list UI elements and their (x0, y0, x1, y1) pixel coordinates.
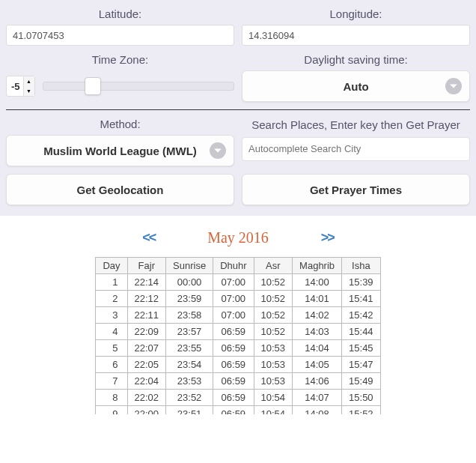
table-cell: 07:00 (213, 291, 254, 307)
prayer-times-table: DayFajrSunriseDhuhrAsrMaghribIsha 122:14… (95, 257, 380, 414)
timezone-down-button[interactable]: ▼ (24, 86, 34, 96)
table-cell: 06:59 (213, 340, 254, 357)
table-cell: 23:52 (166, 390, 213, 406)
table-header: Fajr (127, 258, 166, 274)
table-cell: 22:14 (127, 274, 166, 291)
table-cell: 10:54 (254, 390, 293, 406)
table-cell: 5 (96, 340, 127, 357)
table-cell: 14:01 (293, 291, 342, 307)
table-cell: 10:52 (254, 291, 293, 307)
table-header: Asr (254, 258, 293, 274)
table-cell: 23:55 (166, 340, 213, 357)
table-row: 122:1400:0007:0010:5214:0015:39 (96, 274, 380, 291)
table-cell: 14:04 (293, 340, 342, 357)
table-cell: 4 (96, 324, 127, 340)
table-cell: 8 (96, 390, 127, 406)
table-cell: 22:02 (127, 390, 166, 406)
table-cell: 06:59 (213, 373, 254, 390)
table-row: 622:0523:5406:5910:5314:0515:47 (96, 357, 380, 373)
table-cell: 06:59 (213, 390, 254, 406)
table-cell: 7 (96, 373, 127, 390)
chevron-down-icon (445, 78, 462, 94)
latitude-label: Latitude: (99, 7, 142, 20)
table-cell: 14:00 (293, 274, 342, 291)
table-row: 222:1223:5907:0010:5214:0115:41 (96, 291, 380, 307)
timezone-stepper[interactable]: -5 ▲ ▼ (6, 76, 35, 97)
table-cell: 22:12 (127, 291, 166, 307)
dst-label: Daylight saving time: (304, 53, 407, 66)
table-header: Isha (342, 258, 381, 274)
table-cell: 10:53 (254, 373, 293, 390)
table-cell: 15:49 (342, 373, 381, 390)
table-row: 422:0923:5706:5910:5214:0315:44 (96, 324, 380, 340)
longitude-label: Longitude: (329, 7, 382, 20)
timezone-value: -5 (7, 81, 23, 92)
search-label: Search Places, Enter key then Get Prayer (251, 118, 460, 133)
table-cell: 9 (96, 406, 127, 415)
next-month-button[interactable]: >> (321, 230, 334, 246)
table-cell: 3 (96, 307, 127, 324)
table-cell: 10:53 (254, 357, 293, 373)
prev-month-button[interactable]: << (142, 230, 155, 246)
table-cell: 14:05 (293, 357, 342, 373)
table-cell: 15:50 (342, 390, 381, 406)
table-row: 922:0023:5106:5910:5414:0815:52 (96, 406, 380, 415)
table-header: Sunrise (166, 258, 213, 274)
timezone-up-button[interactable]: ▲ (24, 76, 34, 86)
method-value: Muslim World League (MWL) (43, 145, 197, 157)
table-cell: 22:00 (127, 406, 166, 415)
table-header: Day (96, 258, 127, 274)
slider-thumb[interactable] (85, 77, 101, 95)
table-cell: 10:52 (254, 324, 293, 340)
method-label: Method: (100, 118, 140, 130)
table-cell: 15:47 (342, 357, 381, 373)
slider-track (43, 82, 234, 91)
table-cell: 22:11 (127, 307, 166, 324)
table-cell: 14:08 (293, 406, 342, 415)
calendar-title: May 2016 (207, 229, 269, 246)
table-cell: 07:00 (213, 307, 254, 324)
table-cell: 1 (96, 274, 127, 291)
table-cell: 2 (96, 291, 127, 307)
table-cell: 23:53 (166, 373, 213, 390)
table-header: Maghrib (293, 258, 342, 274)
table-cell: 10:54 (254, 406, 293, 415)
get-prayer-times-button[interactable]: Get Prayer Times (242, 174, 470, 205)
table-cell: 22:04 (127, 373, 166, 390)
table-cell: 07:00 (213, 274, 254, 291)
table-cell: 15:45 (342, 340, 381, 357)
method-select[interactable]: Muslim World League (MWL) (6, 135, 234, 166)
table-cell: 10:52 (254, 274, 293, 291)
table-cell: 15:39 (342, 274, 381, 291)
search-input[interactable] (242, 137, 470, 161)
latitude-input[interactable] (6, 25, 234, 46)
table-cell: 23:57 (166, 324, 213, 340)
get-geolocation-button[interactable]: Get Geolocation (6, 174, 234, 205)
timezone-label: Time Zone: (92, 53, 148, 66)
table-cell: 15:41 (342, 291, 381, 307)
timezone-slider[interactable] (43, 79, 234, 93)
table-cell: 14:02 (293, 307, 342, 324)
table-cell: 06:59 (213, 357, 254, 373)
table-cell: 23:58 (166, 307, 213, 324)
table-cell: 14:06 (293, 373, 342, 390)
table-cell: 22:07 (127, 340, 166, 357)
table-cell: 14:07 (293, 390, 342, 406)
table-row: 322:1123:5807:0010:5214:0215:42 (96, 307, 380, 324)
divider (6, 109, 470, 110)
table-cell: 23:59 (166, 291, 213, 307)
table-cell: 6 (96, 357, 127, 373)
chevron-down-icon (210, 142, 226, 159)
table-cell: 23:51 (166, 406, 213, 415)
table-header: Dhuhr (213, 258, 254, 274)
table-cell: 14:03 (293, 324, 342, 340)
table-row: 722:0423:5306:5910:5314:0615:49 (96, 373, 380, 390)
dst-select[interactable]: Auto (242, 70, 470, 102)
table-cell: 23:54 (166, 357, 213, 373)
table-row: 522:0723:5506:5910:5314:0415:45 (96, 340, 380, 357)
table-cell: 15:52 (342, 406, 381, 415)
longitude-input[interactable] (242, 25, 470, 46)
dst-value: Auto (343, 80, 368, 93)
table-cell: 15:44 (342, 324, 381, 340)
table-cell: 00:00 (166, 274, 213, 291)
